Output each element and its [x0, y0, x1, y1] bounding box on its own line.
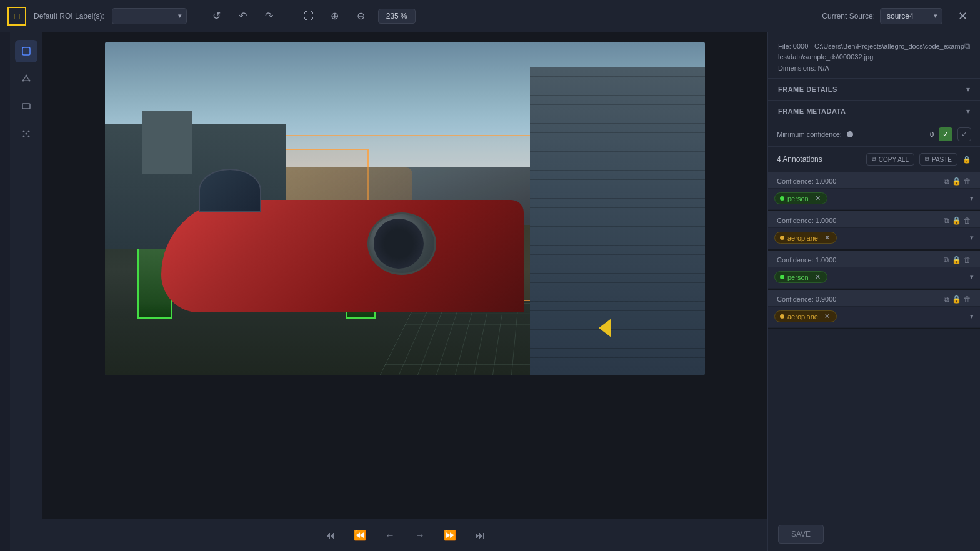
annotation-0-tag-label: person — [788, 195, 809, 202]
copy-all-label: COPY ALL — [879, 156, 909, 163]
frame-details-chevron: ▾ — [966, 85, 970, 94]
svg-point-8 — [28, 136, 29, 137]
canvas-area: ⏮ ⏪ ← → ⏩ ⏭ — [42, 32, 768, 551]
annotation-0-copy-icon[interactable]: ⧉ — [944, 177, 949, 186]
next-fast-btn[interactable]: ⏩ — [440, 525, 460, 545]
annotation-0-tag-person: person ✕ — [774, 192, 828, 204]
annotation-0-confidence-row: Confidence: 1.0000 ⧉ 🔒 🗑 — [768, 172, 980, 189]
confidence-slider-dot[interactable] — [847, 131, 853, 137]
annotations-lock-icon: 🔒 — [962, 156, 971, 164]
annotation-0-tag-row: person ✕ ▾ — [768, 189, 980, 210]
annotation-3-copy-icon[interactable]: ⧉ — [944, 295, 949, 304]
annotation-3-tag-close[interactable]: ✕ — [823, 312, 831, 320]
annotation-1-copy-icon[interactable]: ⧉ — [944, 216, 949, 225]
undo2-btn[interactable]: ↶ — [234, 7, 252, 26]
annotation-1-chevron[interactable]: ▾ — [970, 234, 974, 242]
annotation-1-delete-icon[interactable]: 🗑 — [964, 216, 971, 225]
select-tool-btn[interactable] — [15, 40, 38, 62]
prev-btn[interactable]: ← — [380, 525, 400, 545]
current-source-label: Current Source: — [822, 12, 875, 21]
paste-btn[interactable]: ⧉ PASTE — [919, 153, 958, 166]
svg-point-7 — [22, 136, 24, 137]
annotation-3-tag-row: aeroplane ✕ ▾ — [768, 307, 980, 328]
min-confidence-label: Minimum confidence: — [777, 131, 842, 138]
copy-all-btn[interactable]: ⧉ COPY ALL — [866, 153, 914, 166]
annotation-1-icons: ⧉ 🔒 🗑 — [944, 216, 971, 225]
confidence-confirm-btn[interactable]: ✓ — [939, 127, 952, 141]
annotation-1-tag-close[interactable]: ✕ — [823, 234, 831, 242]
annotation-3-tag-label: aeroplane — [788, 313, 818, 320]
annotation-0-chevron[interactable]: ▾ — [970, 194, 974, 202]
annotation-0-lock-icon[interactable]: 🔒 — [952, 177, 961, 186]
annotation-2-confidence-row: Confidence: 1.0000 ⧉ 🔒 🗑 — [768, 251, 980, 267]
annotation-0-tag-close[interactable]: ✕ — [814, 194, 822, 202]
svg-rect-0 — [22, 47, 30, 55]
annotation-item-3: Confidence: 0.9000 ⧉ 🔒 🗑 aeroplane ✕ — [768, 290, 980, 329]
prev-fast-btn[interactable]: ⏪ — [350, 525, 370, 545]
annotation-3-tag: aeroplane ✕ — [774, 310, 837, 322]
svg-rect-4 — [22, 104, 30, 109]
frame-details-header[interactable]: FRAME DETAILS ▾ — [768, 79, 980, 101]
toolbar-separator-2 — [289, 7, 289, 25]
roi-label: Default ROI Label(s): — [34, 12, 104, 21]
svg-point-6 — [28, 131, 29, 132]
paste-label: PASTE — [932, 156, 952, 163]
svg-point-5 — [22, 131, 24, 132]
right-panel: ⧉ File: 0000 - C:\Users\Ben\Projects\all… — [768, 32, 980, 551]
point-tool-btn[interactable] — [15, 122, 38, 145]
annotation-2-confidence: Confidence: 1.0000 — [777, 256, 836, 264]
annotation-2-icons: ⧉ 🔒 🗑 — [944, 256, 971, 264]
next-btn[interactable]: → — [410, 525, 430, 545]
annotation-2-lock-icon[interactable]: 🔒 — [952, 256, 961, 264]
annotation-1-confidence: Confidence: 1.0000 — [777, 217, 836, 224]
polygon-tool-btn[interactable] — [15, 67, 38, 90]
file-info-section: ⧉ File: 0000 - C:\Users\Ben\Projects\all… — [768, 32, 980, 79]
frame-metadata-title: FRAME METADATA — [778, 107, 846, 115]
bottom-nav: ⏮ ⏪ ← → ⏩ ⏭ — [42, 519, 768, 551]
zoom-in-btn[interactable]: ⊕ — [326, 7, 344, 26]
annotation-1-tag-row: aeroplane ✕ ▾ — [768, 228, 980, 249]
svg-point-9 — [25, 133, 27, 135]
skip-to-end-btn[interactable]: ⏭ — [470, 525, 490, 545]
image-container[interactable] — [105, 42, 705, 375]
annotation-2-tag-close[interactable]: ✕ — [814, 273, 822, 281]
undo-btn[interactable]: ↺ — [208, 7, 226, 26]
roi-dropdown-wrap — [112, 8, 187, 24]
skip-to-start-btn[interactable]: ⏮ — [320, 525, 340, 545]
annotation-0-tag: person ✕ — [774, 192, 828, 204]
cockpit-windows — [199, 169, 261, 212]
annotation-2-copy-icon[interactable]: ⧉ — [944, 256, 949, 264]
save-button[interactable]: SAVE — [778, 525, 824, 544]
annotation-1-tag-aeroplane: aeroplane ✕ — [774, 232, 837, 244]
engine-intake — [374, 219, 424, 269]
airplane-close — [161, 169, 524, 312]
annotation-2-delete-icon[interactable]: 🗑 — [964, 256, 971, 264]
zoom-out-btn[interactable]: ⊖ — [352, 7, 371, 26]
source-dropdown[interactable]: source4 — [880, 8, 942, 24]
annotation-2-chevron[interactable]: ▾ — [970, 273, 974, 281]
toolbar: □ Default ROI Label(s): ↺ ↶ ↷ ⛶ ⊕ ⊖ 235 … — [0, 0, 980, 32]
annotation-2-tag-person: person ✕ — [774, 271, 828, 283]
fit-btn[interactable]: ⛶ — [299, 7, 318, 26]
terminal-louvres — [530, 67, 705, 375]
min-confidence-row: Minimum confidence: 0 ✓ ✓ — [768, 122, 980, 147]
roi-dropdown[interactable] — [112, 8, 187, 24]
close-button[interactable]: ✕ — [952, 6, 972, 26]
hangar-building — [142, 111, 192, 174]
toolbar-separator-1 — [197, 7, 198, 25]
confidence-confirm2-btn[interactable]: ✓ — [958, 127, 971, 141]
annotations-actions: ⧉ COPY ALL ⧉ PASTE 🔒 — [866, 153, 971, 166]
file-copy-icon[interactable]: ⧉ — [964, 41, 970, 51]
main-layout: ⏮ ⏪ ← → ⏩ ⏭ ⧉ File: 0000 - C:\Users\Ben\… — [0, 32, 980, 551]
copy-all-icon: ⧉ — [872, 156, 876, 163]
redo-btn[interactable]: ↷ — [260, 7, 279, 26]
main-image — [105, 42, 705, 375]
frame-details-title: FRAME DETAILS — [778, 86, 838, 93]
annotation-1-lock-icon[interactable]: 🔒 — [952, 216, 961, 225]
annotation-0-delete-icon[interactable]: 🗑 — [964, 177, 971, 186]
frame-metadata-header[interactable]: FRAME METADATA ▾ — [768, 101, 980, 122]
annotation-3-delete-icon[interactable]: 🗑 — [964, 295, 971, 304]
annotation-3-lock-icon[interactable]: 🔒 — [952, 295, 961, 304]
annotation-3-chevron[interactable]: ▾ — [970, 312, 974, 320]
bbox-tool-btn[interactable] — [15, 95, 38, 117]
